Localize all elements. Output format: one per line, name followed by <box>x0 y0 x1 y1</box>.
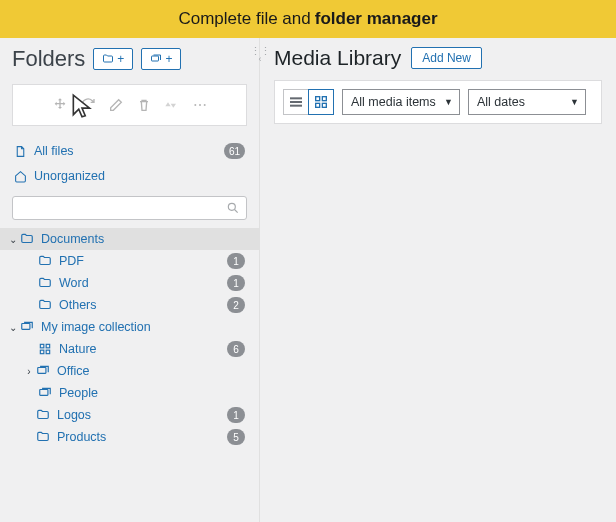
svg-rect-8 <box>40 350 44 354</box>
chevron-down-icon[interactable]: ⌄ <box>6 234 20 245</box>
chevron-down-icon[interactable]: ⌄ <box>6 322 20 333</box>
tree-item-my-images[interactable]: ⌄ My image collection <box>0 316 259 338</box>
search-icon <box>226 201 240 215</box>
grid-view-button[interactable] <box>308 89 334 115</box>
folder-search-input[interactable] <box>12 196 247 220</box>
svg-rect-12 <box>290 97 302 99</box>
dropdown-icon: ▼ <box>570 97 579 107</box>
refresh-icon[interactable] <box>79 96 97 114</box>
unorganized-label: Unorganized <box>34 169 105 183</box>
folder-plus-icon <box>102 53 114 65</box>
svg-rect-14 <box>290 105 302 107</box>
tree-item-logos[interactable]: Logos 1 <box>0 404 259 426</box>
svg-rect-6 <box>40 344 44 348</box>
delete-icon[interactable] <box>135 96 153 114</box>
home-icon <box>14 170 28 183</box>
unorganized-item[interactable]: Unorganized <box>0 164 259 188</box>
tree-item-nature[interactable]: Nature 6 <box>0 338 259 360</box>
tree-item-word[interactable]: Word 1 <box>0 272 259 294</box>
svg-point-3 <box>203 104 205 106</box>
tree-item-others[interactable]: Others 2 <box>0 294 259 316</box>
tree-item-office[interactable]: › Office <box>0 360 259 382</box>
move-icon[interactable] <box>51 96 69 114</box>
add-new-button[interactable]: Add New <box>411 47 482 69</box>
folder-icon <box>38 276 54 290</box>
more-icon[interactable] <box>191 96 209 114</box>
tree-item-documents[interactable]: ⌄ Documents <box>0 228 259 250</box>
chevron-right-icon[interactable]: › <box>22 366 36 377</box>
sidebar-title: Folders <box>12 46 85 72</box>
svg-rect-18 <box>322 103 326 107</box>
folder-icon <box>20 232 36 246</box>
svg-rect-17 <box>316 103 320 107</box>
svg-rect-11 <box>40 390 48 396</box>
media-filter-bar: All media items ▼ All dates ▼ <box>274 80 602 124</box>
svg-rect-9 <box>46 350 50 354</box>
all-files-count: 61 <box>224 143 245 159</box>
page-title: Media Library <box>274 46 401 70</box>
banner-text: Complete file and <box>178 9 310 29</box>
svg-point-4 <box>228 203 235 210</box>
new-folder-button[interactable]: + <box>93 48 133 70</box>
rename-icon[interactable] <box>107 96 125 114</box>
folder-icon <box>38 298 54 312</box>
folder-toolbar <box>12 84 247 126</box>
all-files-label: All files <box>34 144 74 158</box>
dropdown-icon: ▼ <box>444 97 453 107</box>
all-files-item[interactable]: All files 61 <box>0 138 259 164</box>
folder-tree: ⌄ Documents PDF 1 Word 1 Others 2 ⌄ <box>0 228 259 448</box>
grid-icon <box>313 94 329 110</box>
svg-rect-16 <box>322 97 326 101</box>
svg-rect-0 <box>152 56 159 61</box>
list-icon <box>288 94 304 110</box>
date-filter-select[interactable]: All dates ▼ <box>468 89 586 115</box>
svg-rect-15 <box>316 97 320 101</box>
tree-item-pdf[interactable]: PDF 1 <box>0 250 259 272</box>
collection-plus-icon <box>150 53 162 65</box>
media-type-select[interactable]: All media items ▼ <box>342 89 460 115</box>
collection-icon <box>36 364 52 378</box>
svg-rect-13 <box>290 101 302 103</box>
collection-icon <box>38 386 54 400</box>
collection-icon <box>20 320 36 334</box>
media-library-panel: Media Library Add New All media items ▼ … <box>260 38 616 522</box>
svg-rect-10 <box>38 368 46 374</box>
new-collection-button[interactable]: + <box>141 48 181 70</box>
sort-icon[interactable] <box>163 96 181 114</box>
banner-text-bold: folder manager <box>315 9 438 29</box>
folders-sidebar: Folders + + All files 61 <box>0 38 260 522</box>
svg-rect-7 <box>46 344 50 348</box>
grid-icon <box>38 342 54 356</box>
list-view-button[interactable] <box>283 89 309 115</box>
folder-icon <box>38 254 54 268</box>
tree-item-people[interactable]: People <box>0 382 259 404</box>
folder-icon <box>36 430 52 444</box>
promo-banner: Complete file and folder manager <box>0 0 616 38</box>
file-icon <box>14 145 28 158</box>
folder-icon <box>36 408 52 422</box>
tree-item-products[interactable]: Products 5 <box>0 426 259 448</box>
svg-point-1 <box>194 104 196 106</box>
svg-point-2 <box>199 104 201 106</box>
svg-rect-5 <box>22 324 30 330</box>
